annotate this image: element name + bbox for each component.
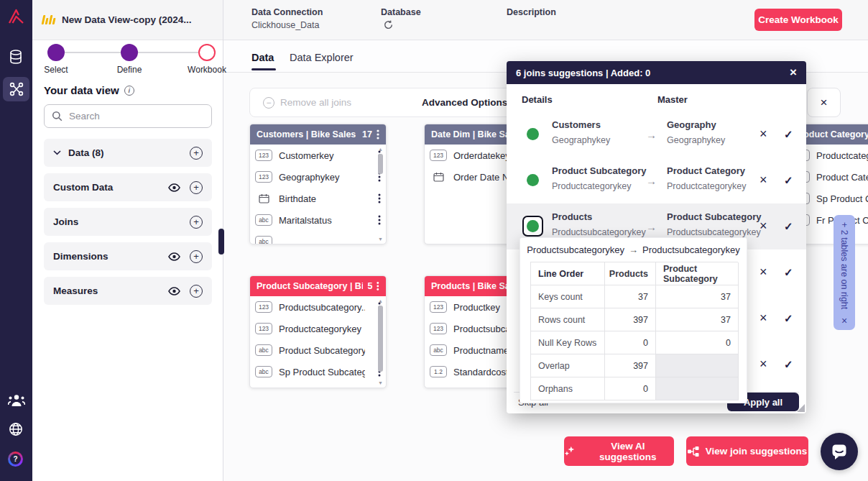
step-select-circle[interactable]: [47, 44, 65, 61]
eye-icon[interactable]: [168, 252, 180, 261]
close-joins-view-button[interactable]: ×: [807, 88, 841, 117]
section-dimensions[interactable]: Dimensions +: [44, 242, 212, 270]
info-icon[interactable]: i: [124, 86, 134, 96]
stats-value: 37: [605, 285, 656, 308]
close-icon: ×: [821, 96, 828, 110]
reject-join-icon[interactable]: ×: [760, 311, 767, 324]
chevron-down-icon: [53, 150, 61, 155]
detail-table-name: Products: [552, 211, 647, 222]
accept-join-icon[interactable]: ✓: [784, 129, 793, 139]
calendar-icon: [430, 172, 447, 182]
create-workbook-button[interactable]: Create Workbook: [754, 9, 842, 31]
data-model-icon[interactable]: [3, 77, 29, 101]
section-custom-data[interactable]: Custom Data +: [44, 173, 212, 201]
scroll-down-icon[interactable]: ▼: [378, 237, 383, 242]
close-icon[interactable]: ×: [841, 315, 847, 326]
table-card-product-subcategory[interactable]: Product Subcategory | Bik... 5 123 Produ…: [249, 275, 387, 388]
step-workbook-circle[interactable]: [198, 44, 216, 61]
section-joins[interactable]: Joins +: [44, 208, 212, 236]
chat-widget-button[interactable]: [821, 433, 858, 470]
accept-join-icon[interactable]: ✓: [784, 175, 793, 185]
tab-data-explorer[interactable]: Data Explorer: [290, 52, 354, 63]
stats-value: 397: [605, 308, 656, 331]
field-name: Customerkey: [279, 150, 334, 161]
join-suggestion-row[interactable]: Customers Geographykey → Geography Geogr…: [507, 111, 806, 157]
search-input[interactable]: [44, 104, 212, 128]
step-define-circle[interactable]: [121, 44, 138, 61]
card-scrollbar[interactable]: ▲ ▼: [377, 147, 384, 242]
field-row[interactable]: 123 Productsubcategory...: [250, 296, 386, 318]
field-row[interactable]: abc Maritalstatus: [250, 209, 386, 231]
refresh-icon[interactable]: [384, 19, 393, 32]
card-header[interactable]: Customers | Bike Sales 17: [250, 124, 386, 145]
reject-join-icon[interactable]: ×: [760, 127, 767, 140]
panel-resize-handle[interactable]: [218, 229, 224, 255]
section-data[interactable]: Data (8) +: [44, 139, 212, 167]
field-type-number-icon: 123: [255, 323, 272, 334]
accept-join-icon[interactable]: ✓: [784, 267, 793, 278]
table-card-customers[interactable]: Customers | Bike Sales 17 123 Customerke…: [249, 124, 387, 244]
add-join-icon[interactable]: +: [190, 216, 203, 229]
remove-all-joins-button[interactable]: − Remove all joins: [263, 97, 351, 109]
scroll-up-icon[interactable]: ▲: [378, 298, 383, 303]
view-join-suggestions-button[interactable]: View join suggestions: [686, 436, 808, 466]
help-icon[interactable]: ?: [8, 452, 23, 467]
detail-key-name: Geographykey: [552, 135, 647, 145]
globe-icon[interactable]: [8, 421, 24, 437]
scroll-up-icon[interactable]: ▲: [378, 147, 383, 152]
scroll-down-icon[interactable]: ▼: [378, 380, 383, 385]
stats-row-label: Rows count: [531, 308, 605, 331]
data-view-title-bar[interactable]: New Data View-copy (2024...: [32, 0, 223, 40]
stats-row-label: Overlap: [531, 354, 605, 377]
reject-join-icon[interactable]: ×: [760, 265, 767, 278]
card-scrollbar[interactable]: ▲ ▼: [377, 298, 384, 385]
from-key: Productsubcategorykey: [527, 244, 624, 255]
join-status-dot: [527, 174, 539, 186]
accept-join-icon[interactable]: ✓: [784, 313, 793, 324]
users-icon[interactable]: [8, 394, 25, 406]
field-row[interactable]: abc: [250, 231, 386, 244]
eye-icon[interactable]: [168, 183, 180, 192]
modal-resize-handle[interactable]: [797, 404, 805, 412]
scroll-thumb[interactable]: [378, 154, 383, 174]
join-status-dot-focused[interactable]: [522, 216, 543, 237]
join-suggestion-row[interactable]: Product Subcategory Productcategorykey →…: [507, 157, 806, 203]
close-icon[interactable]: ×: [790, 65, 797, 80]
tables-on-right-badge[interactable]: + 2 tables are on right ×: [834, 215, 855, 330]
add-custom-data-icon[interactable]: +: [190, 181, 203, 194]
field-row[interactable]: Birthdate: [250, 188, 386, 209]
field-type-number-icon: 123: [255, 150, 272, 161]
reject-join-icon[interactable]: ×: [760, 173, 767, 186]
reject-join-icon[interactable]: ×: [760, 357, 767, 370]
datasets-icon[interactable]: [8, 49, 24, 65]
detail-key-name: Productcategorykey: [552, 181, 647, 191]
view-ai-suggestions-button[interactable]: View AI suggestions: [564, 436, 674, 466]
field-row[interactable]: 123 Geographykey: [250, 166, 386, 188]
field-row[interactable]: abc Fr Product Subcat: [250, 382, 386, 388]
field-row[interactable]: 123 Customerkey: [250, 145, 386, 166]
reject-join-icon[interactable]: ×: [760, 219, 767, 232]
advanced-options-button[interactable]: Advanced Options ▾: [422, 97, 516, 109]
field-row[interactable]: abc Product Subcategory: [250, 339, 386, 361]
accept-join-icon[interactable]: ✓: [784, 359, 793, 370]
calendar-icon: [255, 193, 272, 203]
kebab-icon[interactable]: [377, 129, 379, 139]
modal-title: 6 joins suggestions | Added: 0: [516, 68, 650, 78]
card-header[interactable]: Product Subcategory | Bik... 5: [250, 276, 386, 296]
eye-icon[interactable]: [168, 287, 180, 296]
add-measure-icon[interactable]: +: [190, 285, 203, 298]
scroll-thumb[interactable]: [378, 306, 383, 372]
modal-header[interactable]: 6 joins suggestions | Added: 0 ×: [507, 61, 806, 84]
add-data-icon[interactable]: +: [190, 147, 203, 160]
field-name: Orderdatekey: [453, 150, 510, 161]
tab-data[interactable]: Data: [251, 52, 274, 63]
sparkles-icon: [564, 446, 576, 457]
add-dimension-icon[interactable]: +: [190, 250, 203, 263]
app-logo-icon[interactable]: [6, 7, 26, 29]
field-row[interactable]: 123 Productcategorykey: [250, 318, 386, 339]
stats-value: 0: [656, 331, 739, 354]
field-row[interactable]: abc Sp Product Subcateg...: [250, 361, 386, 382]
kebab-icon[interactable]: [377, 281, 379, 291]
accept-join-icon[interactable]: ✓: [784, 221, 793, 232]
section-measures[interactable]: Measures +: [44, 277, 212, 305]
